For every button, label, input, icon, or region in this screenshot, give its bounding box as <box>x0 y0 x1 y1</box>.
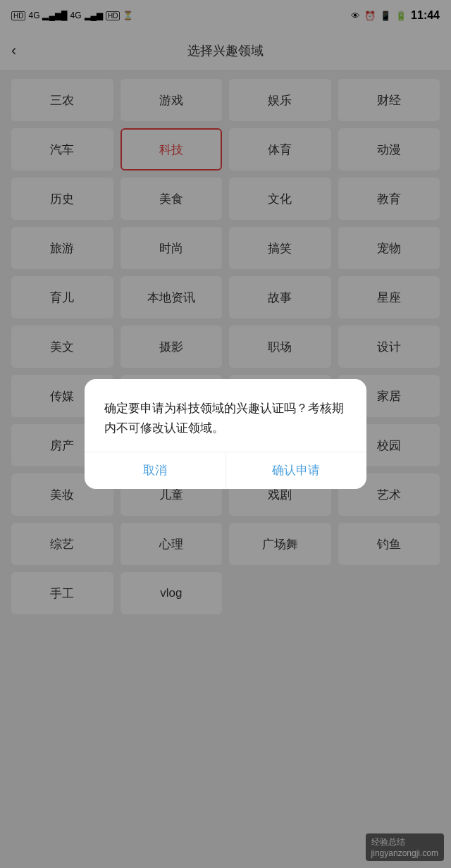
dialog-overlay: 确定要申请为科技领域的兴趣认证吗？考核期内不可修改认证领域。 取消 确认申请 <box>0 0 451 868</box>
dialog-body: 确定要申请为科技领域的兴趣认证吗？考核期内不可修改认证领域。 <box>85 379 366 451</box>
dialog-actions: 取消 确认申请 <box>85 452 366 489</box>
dialog-message: 确定要申请为科技领域的兴趣认证吗？考核期内不可修改认证领域。 <box>104 399 347 437</box>
cancel-button[interactable]: 取消 <box>85 452 226 489</box>
confirm-button[interactable]: 确认申请 <box>226 452 367 489</box>
confirmation-dialog: 确定要申请为科技领域的兴趣认证吗？考核期内不可修改认证领域。 取消 确认申请 <box>85 379 366 488</box>
